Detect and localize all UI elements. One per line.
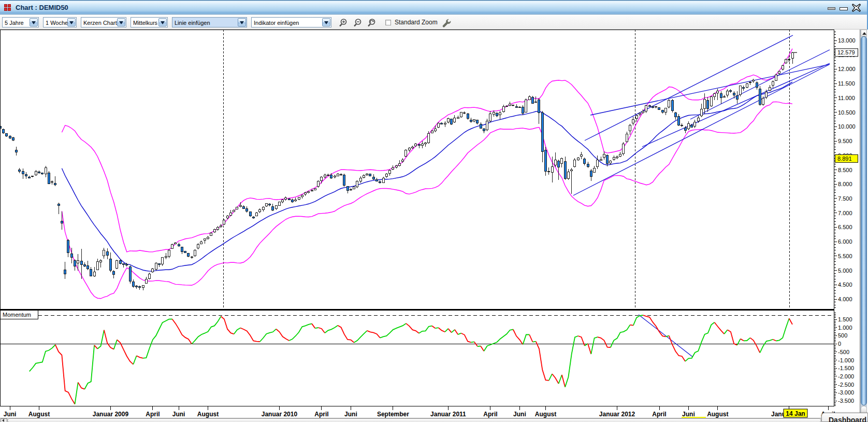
svg-text:14 Jan: 14 Jan [786,410,805,417]
period-dropdown[interactable]: 5 Jahre [2,17,39,27]
last-date-marker: 14 Jan [784,409,807,417]
momentum-axis-label: -1.000 [838,357,854,363]
time-axis-label: August [28,411,50,418]
momentum-pane [0,315,834,404]
insert-line-dropdown[interactable]: Linie einfügen [172,17,247,27]
momentum-label: Momentum [3,312,31,318]
interval-dropdown[interactable]: 1 Woche [43,17,77,27]
momentum-axis-label: 0 [838,341,841,347]
momentum-axis-label: 500 [838,332,847,339]
scroll-left-icon[interactable] [1,418,7,422]
trend-line[interactable] [573,64,830,195]
bollinger-upper-band [62,49,792,252]
dashboard-popup[interactable]: Dashboard [821,413,868,422]
kurs-dropdown[interactable]: Mittelkurs [131,17,168,27]
momentum-pane-border [1,311,834,406]
momentum-line-falling [669,336,685,361]
standard-zoom-label: Standard Zoom [395,19,438,26]
price-axis[interactable]: 13.00012.50012.00011.50011.00010.50010.0… [834,30,856,406]
time-axis-label: Juni [513,411,526,418]
dropdown-arrow-icon[interactable] [238,18,246,26]
price-axis-label: 8.000 [838,181,852,187]
price-axis-label: 13.000 [838,37,856,44]
minimize-button[interactable] [828,7,835,10]
charttype-dropdown-value: Kerzen Chart [83,20,117,26]
pane-divider[interactable] [0,309,834,311]
dropdown-arrow-icon[interactable] [322,18,330,26]
zoom-reset-icon[interactable] [367,18,376,27]
time-axis-label: August [707,411,728,418]
title-bar[interactable]: Chart : DEMID50 [0,0,867,15]
momentum-axis-label: -3.500 [838,398,854,404]
dropdown-arrow-icon[interactable] [67,18,76,26]
trend-line[interactable] [590,64,830,115]
momentum-line-falling [455,330,458,334]
vertical-scrollbar-thumb[interactable] [861,36,867,405]
price-chart[interactable]: Momentum13.00012.50012.00011.50011.00010… [0,30,868,422]
trend-line[interactable] [642,63,830,147]
momentum-line-falling [461,333,471,343]
time-axis[interactable]: JuniAugustJanuar 2009AprilJuniAugustJanu… [4,406,835,418]
zoom-in-icon[interactable] [338,18,348,27]
momentum-line-rising [114,340,117,349]
momentum-line-rising [97,330,104,349]
chart-area[interactable]: Momentum13.00012.50012.00011.50011.00010… [0,30,868,422]
price-axis-label: 12.000 [838,66,856,72]
vertical-scrollbar[interactable] [860,30,867,414]
momentum-line-falling [513,330,523,345]
momentum-line-falling [319,328,325,333]
momentum-axis-label: 1.000 [838,325,852,331]
momentum-line-falling [137,356,143,358]
momentum-line-rising [84,345,94,389]
momentum-line-rising [776,318,789,341]
settings-wrench-icon[interactable] [442,18,451,27]
momentum-line-falling [276,329,289,341]
main-pane [0,30,830,308]
momentum-line-falling [773,340,776,341]
momentum-line-rising [565,336,578,387]
momentum-line-rising [260,329,276,342]
momentum-line-falling [406,323,419,333]
momentum-line-falling [728,330,737,345]
momentum-line-rising [559,375,562,384]
momentum-line-falling [552,374,559,384]
momentum-line-falling [715,322,725,334]
momentum-line-rising [724,330,727,334]
momentum-line-rising [143,319,172,358]
dropdown-arrow-icon[interactable] [117,18,125,26]
momentum-line-falling [536,342,549,381]
horizontal-scrollbar-thumb[interactable] [7,418,821,422]
momentum-line-rising [325,326,338,333]
momentum-line-falling [221,316,234,334]
zoom-out-icon[interactable] [353,18,362,27]
momentum-line-falling [55,345,75,404]
momentum-line-rising [289,323,312,341]
charttype-dropdown[interactable]: Kerzen Chart [81,17,126,27]
momentum-line-rising [75,383,78,404]
interval-dropdown-value: 1 Woche [46,20,68,26]
momentum-line-falling [789,318,792,325]
insert-indicator-dropdown-value: Indikator einfügen [254,20,299,26]
momentum-line-falling [338,326,354,343]
momentum-line-rising [523,335,530,345]
close-button[interactable] [852,4,861,12]
momentum-line-falling [750,338,760,353]
momentum-line-falling [529,335,532,342]
momentum-line-falling [78,383,85,389]
standard-zoom-checkbox[interactable] [385,20,391,25]
trend-line[interactable] [690,50,830,119]
scroll-up-icon[interactable] [861,30,867,36]
momentum-line-rising [133,356,136,364]
maximize-button[interactable] [840,7,848,10]
insert-line-dropdown-value: Linie einfügen [175,20,210,26]
insert-indicator-dropdown[interactable]: Indikator einfügen [251,17,331,27]
mittelkurs-line [62,82,792,271]
price-axis-label: 10.500 [838,109,856,116]
time-axis-label: Januar 2010 [262,411,298,418]
momentum-trend-line[interactable] [639,315,692,357]
horizontal-scrollbar[interactable] [0,418,868,422]
dropdown-arrow-icon[interactable] [158,18,167,26]
dropdown-arrow-icon[interactable] [30,18,38,26]
time-axis-label: April [146,411,160,418]
time-axis-label: Januar 2009 [93,411,129,418]
